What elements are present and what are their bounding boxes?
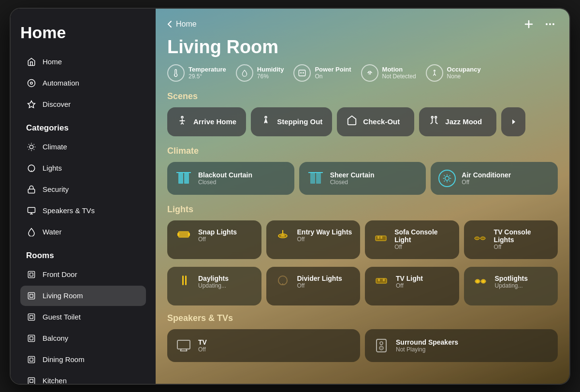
power-point-text: Power Point On xyxy=(315,66,351,80)
sidebar-nav: Home Automation Discover xyxy=(20,52,146,116)
security-icon xyxy=(26,184,37,195)
device-spotlights[interactable]: Spotlights Updating... xyxy=(464,267,558,305)
back-button[interactable]: Home xyxy=(167,20,197,29)
svg-rect-66 xyxy=(377,236,379,239)
device-entry-way-lights[interactable]: Entry Way Lights Off xyxy=(266,220,361,259)
sidebar-item-label-speakers: Speakers & TVs xyxy=(43,206,95,215)
sheer-curtain-label: Sheer Curtain xyxy=(330,171,375,179)
scene-stepping-out[interactable]: Stepping Out xyxy=(251,107,332,136)
svg-rect-12 xyxy=(28,189,35,193)
svg-rect-60 xyxy=(188,233,190,236)
scene-check-out[interactable]: Check-Out xyxy=(337,107,414,136)
climate-row: Blackout Curtain Closed Sheer Curt xyxy=(167,162,558,195)
surround-speakers-status: Not Playing xyxy=(396,346,458,353)
scenes-more-button[interactable] xyxy=(501,107,525,136)
tv-light-label: TV Light xyxy=(396,275,423,282)
sofa-console-light-icon xyxy=(373,232,389,246)
sidebar-item-climate[interactable]: Climate xyxy=(20,137,146,157)
home-icon xyxy=(26,57,37,67)
sensor-bar: Temperature 29.5° Humidity 76% xyxy=(167,64,558,82)
snap-lights-label: Snap Lights xyxy=(198,228,237,236)
sensor-temperature: Temperature 29.5° xyxy=(167,64,226,82)
snap-lights-status: Off xyxy=(198,236,237,243)
sidebar-room-front-door[interactable]: Front Door xyxy=(20,264,146,285)
device-snap-lights[interactable]: Snap Lights Off xyxy=(167,220,261,259)
sidebar-item-home[interactable]: Home xyxy=(20,52,146,72)
motion-label: Motion xyxy=(382,66,416,73)
device-surround-speakers[interactable]: Surround Speakers Not Playing xyxy=(365,329,558,362)
ac-status: Off xyxy=(462,179,511,186)
sidebar-room-balcony[interactable]: Balcony xyxy=(20,328,146,348)
sidebar-room-guest-toilet[interactable]: Guest Toilet xyxy=(20,307,146,327)
categories-heading: Categories xyxy=(26,123,146,133)
svg-point-76 xyxy=(476,280,479,282)
surround-speakers-icon xyxy=(373,337,390,354)
power-point-icon xyxy=(293,64,311,82)
scene-arrive-home[interactable]: Arrive Home xyxy=(167,107,246,136)
temperature-text: Temperature 29.5° xyxy=(188,66,226,80)
svg-rect-13 xyxy=(28,207,35,213)
svg-rect-45 xyxy=(184,173,189,184)
svg-point-32 xyxy=(552,23,554,25)
svg-line-52 xyxy=(444,175,445,176)
add-button[interactable] xyxy=(521,16,536,32)
top-nav: Home xyxy=(167,16,558,32)
sidebar-item-water[interactable]: Water xyxy=(20,222,146,242)
sidebar-room-label-front-door: Front Door xyxy=(43,270,77,278)
tv-label: TV xyxy=(198,338,207,346)
speakers-row: TV Off Surround Spe xyxy=(167,329,558,362)
svg-rect-72 xyxy=(376,278,387,283)
sensor-motion: Motion Not Detected xyxy=(361,64,416,82)
device-tv-console-lights[interactable]: TV Console Lights Off xyxy=(464,220,558,259)
sensor-humidity: Humidity 76% xyxy=(236,64,284,82)
climate-icon xyxy=(26,142,37,152)
power-point-label: Power Point xyxy=(315,66,351,73)
svg-point-34 xyxy=(301,73,301,73)
more-button[interactable] xyxy=(542,16,558,32)
sidebar-item-security[interactable]: Security xyxy=(20,179,146,200)
sheer-curtain-icon xyxy=(307,170,324,187)
svg-rect-22 xyxy=(28,335,34,341)
svg-point-36 xyxy=(434,70,435,72)
svg-point-35 xyxy=(303,73,304,73)
climate-header: Climate xyxy=(167,146,558,156)
sidebar-room-living-room[interactable]: Living Room xyxy=(20,286,146,306)
lights-header: Lights xyxy=(167,204,558,215)
device-sofa-console-light[interactable]: Sofa Console Light Off xyxy=(365,220,459,259)
scene-jazz-mood[interactable]: Jazz Mood xyxy=(419,107,496,136)
lights-row-1: Snap Lights Off xyxy=(167,220,558,259)
tv-light-icon xyxy=(373,275,390,289)
svg-rect-48 xyxy=(316,173,321,184)
divider-lights-label: Divider Lights xyxy=(297,275,342,282)
device-blackout-curtain[interactable]: Blackout Curtain Closed xyxy=(167,162,294,195)
sidebar-room-dining-room[interactable]: Dining Room xyxy=(20,349,146,370)
svg-rect-67 xyxy=(380,236,382,239)
device-sheer-curtain[interactable]: Sheer Curtain Closed xyxy=(299,162,426,195)
check-out-icon xyxy=(347,115,357,129)
svg-point-84 xyxy=(380,342,383,345)
sidebar-item-lights[interactable]: Lights xyxy=(20,158,146,178)
svg-rect-24 xyxy=(28,356,34,363)
device-tv[interactable]: TV Off xyxy=(167,329,360,362)
sidebar-item-discover[interactable]: Discover xyxy=(20,94,146,115)
rooms-list: Front Door Living Room Guest Toilet xyxy=(20,264,146,384)
svg-rect-20 xyxy=(28,314,34,320)
blackout-curtain-status: Closed xyxy=(198,179,252,186)
svg-point-30 xyxy=(546,23,548,25)
automation-icon xyxy=(26,78,37,88)
svg-rect-47 xyxy=(310,173,315,184)
svg-rect-58 xyxy=(178,232,189,237)
svg-point-49 xyxy=(445,176,449,180)
sidebar-room-label-dining-room: Dining Room xyxy=(43,355,85,363)
svg-line-7 xyxy=(34,149,34,149)
discover-icon xyxy=(26,99,37,110)
sidebar-item-speakers[interactable]: Speakers & TVs xyxy=(20,201,146,221)
sidebar-room-label-balcony: Balcony xyxy=(43,334,68,342)
device-air-conditioner[interactable]: Air Conditioner Off xyxy=(431,162,558,195)
device-daylights[interactable]: Daylights Updating... xyxy=(167,267,261,305)
device-tv-light[interactable]: TV Light Off xyxy=(365,267,459,305)
sidebar-item-automation[interactable]: Automation xyxy=(20,73,146,93)
svg-point-39 xyxy=(265,116,267,118)
device-divider-lights[interactable]: Divider Lights Off xyxy=(266,267,361,305)
sidebar-room-kitchen[interactable]: Kitchen xyxy=(20,371,146,384)
